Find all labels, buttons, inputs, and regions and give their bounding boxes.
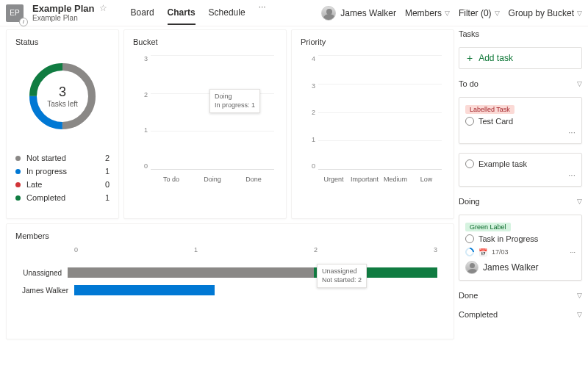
status-title: Status [15, 37, 110, 46]
members-chart: 0 1 2 3 Unassigned James Walker [15, 246, 445, 327]
bucket-tooltip: Doing In progress: 1 [209, 89, 260, 113]
task-more-icon[interactable]: ··· [465, 170, 576, 180]
bucket-chart: 3 2 1 0 [133, 55, 277, 187]
tab-board[interactable]: Board [131, 1, 154, 25]
task-name: Example task [478, 159, 527, 168]
legend-completed: Completed1 [15, 193, 110, 202]
task-more-icon[interactable]: ··· [570, 248, 576, 256]
task-card[interactable]: Green Label Task in Progress 📅 17/03 ···… [459, 215, 582, 281]
members-title: Members [15, 231, 445, 240]
plan-subtitle: Example Plan [32, 14, 107, 22]
status-center-label: Tasks left [47, 100, 78, 108]
members-menu[interactable]: Members▽ [405, 8, 450, 18]
priority-chart: 4 3 2 1 0 [301, 55, 445, 187]
app-header: EP i Example Plan ☆ Example Plan Board C… [0, 0, 588, 26]
task-more-icon[interactable]: ··· [465, 127, 576, 137]
legend-in-progress: In progress1 [15, 167, 110, 176]
status-legend: Not started2 In progress1 Late0 Complete… [15, 154, 110, 202]
current-user-name: James Walker [340, 8, 396, 18]
chevron-down-icon: ▽ [577, 292, 582, 299]
filter-menu[interactable]: Filter (0)▽ [459, 8, 500, 18]
priority-panel: Priority 4 3 2 1 0 [291, 29, 454, 219]
task-date: 17/03 [492, 248, 509, 256]
add-task-button[interactable]: + Add task [459, 47, 582, 69]
bucket-header-completed[interactable]: Completed▽ [459, 310, 582, 319]
view-tabs: Board Charts Schedule ··· [131, 1, 266, 25]
current-user[interactable]: James Walker [321, 6, 396, 21]
chevron-down-icon: ▽ [577, 311, 582, 318]
bucket-header-doing[interactable]: Doing▽ [459, 197, 582, 206]
member-row-james: James Walker [15, 281, 437, 299]
tab-charts[interactable]: Charts [168, 1, 196, 25]
tab-schedule[interactable]: Schedule [209, 1, 245, 25]
chevron-down-icon: ▽ [577, 80, 582, 87]
task-tag: Labelled Task [465, 105, 514, 114]
task-tag: Green Label [465, 223, 511, 231]
info-icon[interactable]: i [19, 18, 28, 26]
task-card[interactable]: Labelled Task Test Card ··· [459, 97, 582, 144]
plan-avatar-text: EP [10, 9, 19, 17]
legend-not-started: Not started2 [15, 154, 110, 162]
members-panel: Members 0 1 2 3 Unassigned James Walker [6, 223, 454, 339]
status-center-value: 3 [59, 84, 66, 100]
chevron-down-icon: ▽ [577, 198, 582, 205]
status-donut-chart: 3 Tasks left [26, 60, 99, 133]
plus-icon: + [467, 52, 473, 64]
assignee-avatar-icon [465, 261, 478, 274]
task-card[interactable]: Example task ··· [459, 153, 582, 187]
complete-circle-icon[interactable] [465, 159, 474, 168]
member-row-unassigned: Unassigned [15, 264, 437, 281]
complete-circle-icon[interactable] [465, 117, 474, 126]
tasks-title: Tasks [459, 29, 582, 38]
user-avatar-icon [321, 6, 336, 21]
plan-avatar: EP i [6, 4, 24, 22]
calendar-icon: 📅 [478, 248, 487, 256]
plan-title-block: Example Plan ☆ Example Plan [32, 4, 107, 22]
bucket-panel: Bucket 3 2 1 0 [123, 29, 287, 219]
chevron-down-icon: ▽ [445, 10, 450, 17]
chevron-down-icon: ▽ [577, 10, 582, 17]
members-tooltip: Unassigned Not started: 2 [317, 264, 367, 288]
progress-icon [464, 246, 476, 259]
priority-title: Priority [301, 37, 445, 46]
plan-title: Example Plan [32, 4, 95, 14]
bucket-header-done[interactable]: Done▽ [459, 291, 582, 300]
tasks-sidebar: Tasks + Add task To do▽ Labelled Task Te… [459, 29, 582, 339]
legend-late: Late0 [15, 180, 110, 189]
assignee-name: James Walker [483, 262, 539, 273]
task-name: Test Card [478, 117, 513, 126]
bucket-title: Bucket [133, 37, 277, 46]
favorite-star-icon[interactable]: ☆ [99, 4, 107, 13]
group-menu[interactable]: Group by Bucket▽ [509, 8, 582, 18]
tab-more-icon[interactable]: ··· [259, 1, 266, 25]
chevron-down-icon: ▽ [495, 10, 500, 17]
status-panel: Status 3 Tasks left [6, 29, 119, 219]
complete-circle-icon[interactable] [465, 234, 474, 243]
bucket-header-todo[interactable]: To do▽ [459, 79, 582, 88]
task-name: Task in Progress [478, 234, 538, 243]
add-task-label: Add task [478, 53, 513, 63]
